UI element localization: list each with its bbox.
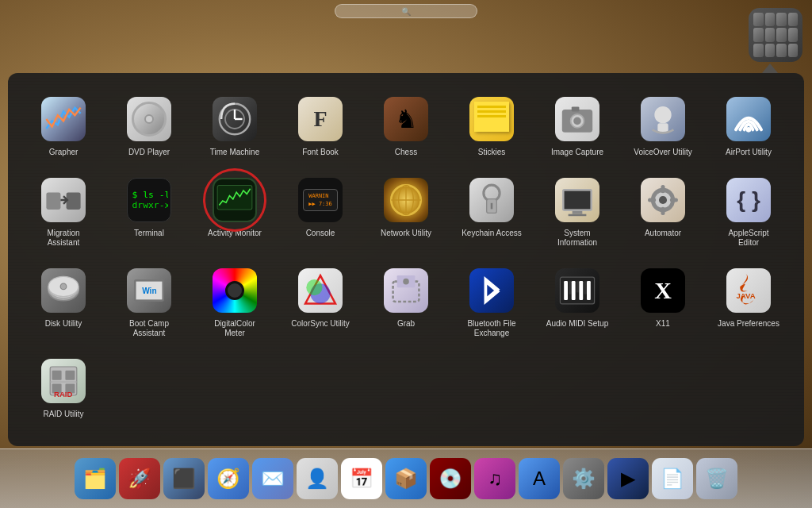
app-icon-system-information — [552, 175, 603, 225]
mini-icon-1 — [753, 13, 764, 26]
dock-item-safari[interactable]: 🧭 — [208, 458, 249, 499]
app-item-keychain-access[interactable]: Keychain Access — [449, 171, 534, 251]
dock-item-itunes[interactable]: ♫ — [474, 458, 515, 499]
dock-item-dropbox[interactable]: 📦 — [385, 458, 427, 499]
app-item-voiceover[interactable]: VoiceOver Utility — [620, 90, 706, 160]
dock-item-trash[interactable]: 🗑️ — [696, 458, 737, 499]
dock-item-mission-control[interactable]: ⬛ — [163, 458, 205, 499]
app-icon-image-capture — [552, 94, 603, 144]
app-item-chess[interactable]: ♞ Chess — [363, 90, 449, 160]
app-label-grapher: Grapher — [49, 148, 79, 157]
app-label-stickies: Stickies — [478, 148, 505, 157]
app-item-raid[interactable]: RAID RAID Utility — [21, 352, 106, 422]
svg-rect-26 — [573, 211, 583, 214]
app-item-disk-utility[interactable]: Disk Utility — [21, 262, 106, 341]
app-item-airport[interactable]: AirPort Utility — [706, 90, 791, 160]
svg-rect-53 — [584, 281, 587, 294]
app-icon-x11: X — [638, 265, 688, 316]
top-bar: 🔍 — [0, 0, 812, 22]
folder-icon[interactable] — [749, 8, 802, 62]
app-icon-activity-monitor — [209, 175, 260, 225]
app-item-bluetooth[interactable]: Bluetooth File Exchange — [449, 262, 534, 341]
app-item-migration[interactable]: Migration Assistant — [21, 171, 106, 251]
svg-text:Win: Win — [142, 287, 156, 295]
dock-item-contacts[interactable]: 👤 — [297, 458, 338, 499]
app-icon-migration — [38, 175, 89, 225]
app-icon-network-utility — [381, 175, 431, 225]
search-box[interactable]: 🔍 — [335, 4, 477, 18]
svg-rect-58 — [65, 371, 75, 380]
svg-point-30 — [659, 196, 667, 204]
mini-icon-2 — [765, 13, 776, 26]
app-item-network-utility[interactable]: Network Utility — [363, 171, 449, 251]
svg-point-7 — [573, 117, 581, 125]
app-label-dvd-player: DVD Player — [128, 148, 170, 157]
app-item-java-prefs[interactable]: JAVA Java Preferences — [706, 262, 791, 341]
app-item-image-capture[interactable]: Image Capture — [534, 90, 620, 160]
mini-icon-10 — [765, 44, 776, 57]
app-item-audio-midi[interactable]: Audio MIDI Setup — [534, 262, 620, 341]
svg-rect-51 — [576, 281, 580, 292]
svg-text:JAVA: JAVA — [736, 291, 755, 300]
app-label-bluetooth: Bluetooth File Exchange — [460, 319, 523, 338]
dock-item-finder[interactable]: 🗂️ — [75, 458, 116, 499]
app-item-terminal[interactable]: $ ls -la drwxr-xr-x Terminal — [106, 171, 192, 251]
app-label-image-capture: Image Capture — [551, 148, 603, 157]
svg-point-9 — [654, 106, 671, 123]
app-label-terminal: Terminal — [134, 229, 164, 238]
app-label-migration: Migration Assistant — [32, 229, 95, 248]
app-label-voiceover: VoiceOver Utility — [634, 148, 691, 157]
app-item-dvd-player[interactable]: DVD Player — [106, 90, 192, 160]
svg-rect-8 — [572, 106, 580, 111]
app-label-disk-utility: Disk Utility — [45, 319, 82, 329]
app-item-grapher[interactable]: Grapher — [21, 90, 106, 160]
app-label-colorsync: ColorSync Utility — [291, 319, 349, 329]
app-icon-applescript-editor: { } — [723, 175, 774, 225]
app-item-digital-color[interactable]: DigitalColor Meter — [192, 262, 278, 341]
app-label-font-book: Font Book — [302, 148, 339, 157]
app-item-console[interactable]: WARNIN ▶▶ 7:36 Console — [278, 171, 363, 251]
svg-rect-49 — [569, 281, 572, 294]
app-item-system-information[interactable]: System Information — [534, 171, 620, 251]
app-icon-dvd-player — [124, 94, 174, 144]
app-item-boot-camp[interactable]: Win Boot Camp Assistant — [106, 262, 192, 341]
app-label-chess: Chess — [395, 148, 417, 157]
app-item-stickies[interactable]: Stickies — [449, 90, 534, 160]
dock-item-launchpad[interactable]: 🚀 — [119, 458, 160, 499]
app-item-x11[interactable]: X X11 — [620, 262, 706, 341]
dock-item-calendar[interactable]: 📅 — [341, 458, 382, 499]
app-label-applescript-editor: AppleScript Editor — [717, 229, 780, 248]
mini-icon-9 — [753, 44, 764, 57]
app-item-time-machine[interactable]: Time Machine — [192, 90, 278, 160]
app-icon-grapher — [38, 94, 89, 144]
app-label-network-utility: Network Utility — [381, 229, 431, 238]
app-icon-raid: RAID — [38, 356, 89, 406]
app-label-airport: AirPort Utility — [726, 148, 772, 157]
dock-item-syspref[interactable]: ⚙️ — [563, 458, 604, 499]
app-item-font-book[interactable]: F Font Book — [278, 90, 363, 160]
app-icon-stickies — [466, 94, 517, 144]
dock-item-doc[interactable]: 📄 — [652, 458, 693, 499]
app-icon-console: WARNIN ▶▶ 7:36 — [295, 175, 346, 225]
app-icon-audio-midi — [552, 265, 603, 316]
dock-item-dvd[interactable]: 💿 — [430, 458, 471, 499]
apps-grid: Grapher DVD Player Time Machine F Font B… — [21, 90, 791, 422]
svg-rect-27 — [569, 214, 587, 217]
svg-rect-48 — [564, 281, 568, 300]
dock-item-quicktime[interactable]: ▶ — [607, 458, 649, 499]
app-icon-airport — [723, 94, 774, 144]
app-item-activity-monitor[interactable]: Activity Monitor — [192, 171, 278, 251]
app-item-grab[interactable]: Grab — [363, 262, 449, 341]
app-item-automator[interactable]: Automator — [620, 171, 706, 251]
app-item-applescript-editor[interactable]: { } AppleScript Editor — [706, 171, 791, 251]
app-icon-digital-color — [209, 265, 260, 316]
app-icon-chess: ♞ — [381, 94, 431, 144]
app-icon-grab — [381, 265, 431, 316]
svg-rect-52 — [579, 281, 583, 300]
dock-item-mail[interactable]: ✉️ — [252, 458, 293, 499]
app-label-audio-midi: Audio MIDI Setup — [546, 319, 608, 329]
app-item-colorsync[interactable]: ColorSync Utility — [278, 262, 363, 341]
svg-rect-50 — [572, 281, 576, 300]
app-icon-colorsync — [295, 265, 346, 316]
dock-item-appstore[interactable]: A — [519, 458, 560, 499]
